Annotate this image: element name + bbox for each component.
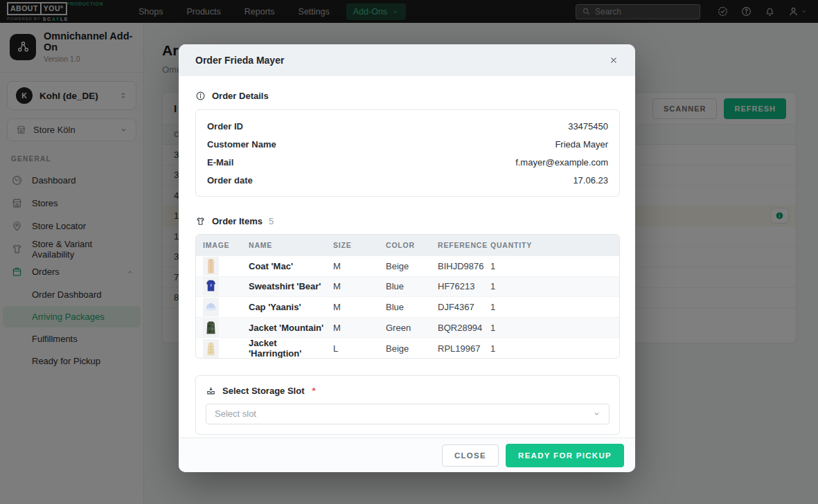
modal-footer: CLOSE READY FOR PICKUP (179, 438, 635, 472)
order-modal: Order Frieda Mayer Order Details Order I… (179, 44, 635, 472)
required-marker: * (312, 386, 315, 396)
detail-row-email: E-Mailf.mayer@example.com (207, 153, 608, 171)
items-table-header: IMAGE NAME SIZE COLOR REFERENCE QUANTITY (196, 235, 619, 255)
close-button[interactable]: CLOSE (442, 444, 499, 467)
product-thumbnail-cap (203, 298, 219, 316)
order-details-card: Order ID33475450 Customer NameFrieda May… (195, 109, 620, 197)
item-row-jacket-harringtion: Jacket 'Harringtion' L Beige RPL19967 1 (196, 337, 619, 358)
order-items-count: 5 (269, 216, 274, 226)
tshirt-icon (195, 216, 206, 226)
product-thumbnail-camo-jacket (203, 318, 219, 337)
product-thumbnail-coat (203, 257, 219, 276)
item-row-sweatshirt-bear: Sweatshirt 'Bear' M Blue HF76213 1 (196, 276, 619, 297)
order-id-value: 33475450 (568, 121, 608, 132)
detail-row-order-date: Order date17.06.23 (207, 171, 608, 189)
storage-slot-placeholder: Select slot (215, 408, 256, 419)
email-value: f.mayer@example.com (515, 157, 608, 168)
storage-slot-heading: Select Storage Slot * (206, 386, 610, 396)
order-items-table: IMAGE NAME SIZE COLOR REFERENCE QUANTITY… (195, 234, 620, 359)
storage-tray-icon (206, 386, 216, 396)
product-thumbnail-sweatshirt (203, 277, 219, 296)
item-row-coat-mac: Coat 'Mac' M Beige BIHJD9876 1 (196, 255, 619, 276)
storage-slot-card: Select Storage Slot * Select slot (195, 375, 620, 435)
close-icon[interactable] (609, 55, 619, 65)
item-row-jacket-mountain: Jacket 'Mountain' M Green BQR28994 1 (196, 317, 619, 338)
modal-header: Order Frieda Mayer (179, 44, 635, 76)
ready-for-pickup-button[interactable]: READY FOR PICKUP (506, 444, 624, 467)
info-icon (195, 91, 206, 101)
detail-row-customer-name: Customer NameFrieda Mayer (207, 135, 608, 153)
chevron-down-icon (593, 410, 601, 417)
item-row-cap-yaanis: Cap 'Yaanis' M Blue DJF4367 1 (196, 296, 619, 317)
customer-name-value: Frieda Mayer (555, 139, 608, 150)
order-date-value: 17.06.23 (573, 175, 608, 186)
order-details-heading: Order Details (195, 91, 620, 101)
storage-slot-select[interactable]: Select slot (206, 404, 610, 424)
modal-title: Order Frieda Mayer (195, 55, 284, 66)
product-thumbnail-puffer-jacket (203, 339, 219, 358)
detail-row-order-id: Order ID33475450 (207, 117, 608, 135)
order-items-heading: Order Items 5 (195, 216, 620, 226)
